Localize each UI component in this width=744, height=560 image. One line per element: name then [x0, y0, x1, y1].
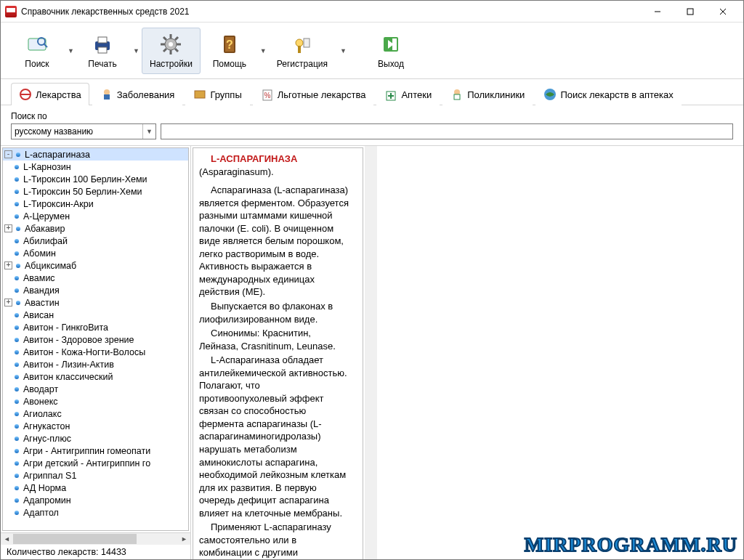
minimize-button[interactable]: [641, 1, 674, 22]
toolbar-register-button[interactable]: Регистрация: [269, 28, 336, 74]
svg-line-18: [163, 49, 166, 52]
app-icon: [5, 6, 17, 17]
search-mode-select[interactable]: русскому названию ▼: [11, 123, 156, 139]
tree-item[interactable]: L-Тироксин 100 Берлин-Хеми: [3, 173, 188, 185]
tree-item-label: Абциксимаб: [25, 261, 76, 271]
toolbar-label: Выход: [378, 59, 404, 69]
tree-item[interactable]: Авамис: [3, 272, 188, 284]
tree-item-label: А-Церумен: [23, 211, 70, 222]
tree-item-label: L-Тироксин-Акри: [23, 199, 94, 209]
scroll-right-icon[interactable]: ►: [178, 535, 190, 543]
bullet-icon: [16, 301, 20, 305]
toolbar-help-button[interactable]: ?Помощь: [203, 28, 256, 74]
search-input[interactable]: [161, 123, 733, 139]
tree-item[interactable]: Агнукастон: [3, 420, 188, 432]
tree-item[interactable]: Абилифай: [3, 235, 188, 247]
tab-label: Группы: [210, 89, 241, 100]
chevron-down-icon: ▼: [142, 124, 153, 139]
tree-status: Количество лекарств: 14433: [1, 545, 190, 559]
drug-tree[interactable]: -L-аспарагиназаL-КарнозинL-Тироксин 100 …: [2, 147, 189, 531]
tab-benefit[interactable]: %Льготные лекарства: [253, 83, 374, 105]
tree-item[interactable]: Агнус-плюс: [3, 432, 188, 445]
bullet-icon: [15, 375, 19, 379]
bullet-icon: [15, 449, 19, 453]
bullet-icon: [15, 202, 19, 206]
svg-rect-27: [392, 38, 397, 50]
tab-pharmsearch[interactable]: Поиск лекарств в аптеках: [535, 83, 681, 105]
tree-item[interactable]: АД Норма: [3, 482, 188, 494]
tree-item-label: Абакавир: [25, 224, 65, 234]
tree-item[interactable]: Авитон - Лизин-Актив: [3, 358, 188, 370]
tree-item-label: Ависан: [23, 310, 54, 320]
close-button[interactable]: [706, 1, 739, 22]
svg-text:?: ?: [226, 38, 233, 51]
tree-item[interactable]: -L-аспарагиназа: [3, 148, 188, 161]
tree-item[interactable]: L-Карнозин: [3, 161, 188, 173]
toolbar-search-dropdown[interactable]: ▼: [66, 47, 73, 54]
tree-item[interactable]: Агриппал S1: [3, 469, 188, 482]
svg-line-19: [175, 37, 178, 40]
tab-groups[interactable]: Группы: [185, 83, 249, 105]
tree-item[interactable]: Авитон - ГинкгоВита: [3, 321, 188, 333]
tree-item[interactable]: Адапромин: [3, 494, 188, 506]
toolbar-settings-button[interactable]: Настройки: [142, 28, 201, 74]
tree-item-label: Авитон классический: [23, 372, 113, 382]
bullet-icon: [15, 239, 19, 243]
tree-item[interactable]: Авитон - Здоровое зрение: [3, 333, 188, 346]
expand-plus-icon[interactable]: +: [4, 299, 12, 307]
toolbar-print-button[interactable]: Печать: [76, 28, 129, 74]
titlebar[interactable]: Справочник лекарственных средств 2021: [1, 1, 743, 23]
tree-item[interactable]: Ависан: [3, 309, 188, 321]
bullet-icon: [15, 437, 19, 441]
toolbar-help-dropdown[interactable]: ▼: [259, 47, 266, 54]
scroll-thumb[interactable]: [13, 534, 137, 544]
svg-rect-24: [298, 46, 301, 53]
bullet-icon: [15, 165, 19, 169]
tree-item[interactable]: Авитон классический: [3, 370, 188, 383]
bullet-icon: [15, 313, 19, 317]
bullet-icon: [15, 177, 19, 182]
toolbar-print-dropdown[interactable]: ▼: [132, 47, 139, 54]
svg-rect-25: [304, 38, 310, 47]
tab-clinics[interactable]: Поликлиники: [442, 83, 533, 105]
scroll-left-icon[interactable]: ◄: [1, 535, 13, 543]
tree-item[interactable]: Авандия: [3, 284, 188, 296]
tree-item[interactable]: А-Церумен: [3, 210, 188, 222]
tree-item[interactable]: Абомин: [3, 247, 188, 259]
tree-item-label: Агриппал S1: [23, 471, 76, 481]
expand-plus-icon[interactable]: +: [4, 224, 12, 232]
maximize-button[interactable]: [674, 1, 706, 22]
tab-diseases[interactable]: Заболевания: [92, 83, 183, 105]
tree-item[interactable]: +Авастин: [3, 296, 188, 309]
tree-item[interactable]: Агри детский - Антигриппин го: [3, 457, 188, 469]
toolbar-label: Печать: [88, 59, 116, 69]
toolbar-search-button[interactable]: Поиск: [11, 28, 63, 74]
tree-item[interactable]: Аводарт: [3, 383, 188, 395]
drug-article[interactable]: L-АСПАРАГИНАЗА (Asparaginasum).Аспарагин…: [193, 147, 363, 559]
expand-minus-icon[interactable]: -: [4, 150, 12, 158]
toolbar-label: Регистрация: [277, 59, 328, 69]
tree-item[interactable]: Агри - Антигриппин гомеопати: [3, 445, 188, 457]
tree-item[interactable]: +Абциксимаб: [3, 259, 188, 272]
expand-plus-icon[interactable]: +: [4, 261, 12, 269]
bullet-icon: [16, 264, 20, 268]
tree-hscrollbar[interactable]: ◄ ►: [1, 532, 190, 545]
tree-item[interactable]: Адаптол: [3, 506, 188, 519]
tree-item-label: L-Карнозин: [23, 162, 71, 172]
svg-rect-9: [98, 47, 107, 53]
tree-item[interactable]: Авитон - Кожа-Ногти-Волосы: [3, 346, 188, 358]
toolbar-label: Поиск: [25, 59, 49, 69]
tree-item[interactable]: L-Тироксин 50 Берлин-Хеми: [3, 185, 188, 198]
tree-item[interactable]: +Абакавир: [3, 222, 188, 235]
toolbar-exit-button[interactable]: Выход: [365, 28, 417, 74]
bullet-icon: [15, 288, 19, 293]
svg-line-16: [163, 37, 166, 40]
tab-pharmacies[interactable]: Аптеки: [376, 83, 440, 105]
tree-item[interactable]: Агиолакс: [3, 407, 188, 420]
search-label: Поиск по: [11, 111, 733, 121]
tree-item[interactable]: Авонекс: [3, 395, 188, 407]
tree-item[interactable]: L-Тироксин-Акри: [3, 198, 188, 210]
toolbar-register-dropdown[interactable]: ▼: [339, 47, 346, 54]
tab-drugs[interactable]: Лекарства: [11, 83, 89, 105]
article-vscrollbar[interactable]: [365, 146, 377, 559]
